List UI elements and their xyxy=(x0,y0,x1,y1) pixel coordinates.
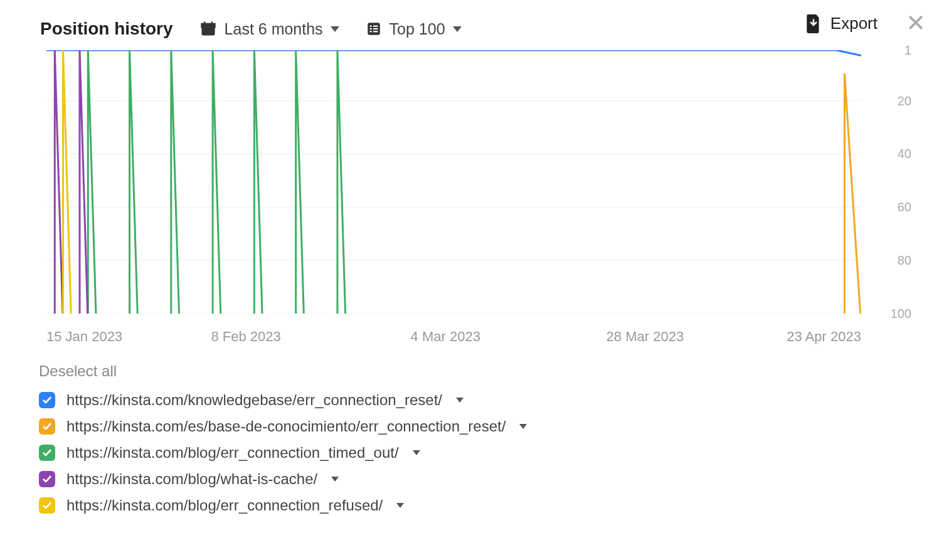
svg-point-3 xyxy=(207,29,209,31)
chevron-down-icon xyxy=(413,450,420,455)
chevron-down-icon xyxy=(456,398,464,403)
list-icon xyxy=(366,21,382,37)
chevron-down-icon xyxy=(453,26,462,32)
legend-items: https://kinsta.com/knowledgebase/err_con… xyxy=(39,391,924,514)
y-tick-label: 80 xyxy=(898,253,911,268)
svg-rect-15 xyxy=(369,31,371,32)
legend-url: https://kinsta.com/knowledgebase/err_con… xyxy=(66,391,442,409)
legend-checkbox[interactable] xyxy=(39,418,55,435)
top-filter-dropdown[interactable]: Top 100 xyxy=(366,20,462,38)
x-tick-label: 8 Feb 2023 xyxy=(211,329,280,345)
x-tick-label: 28 Mar 2023 xyxy=(607,329,684,345)
y-tick-label: 20 xyxy=(898,93,911,108)
svg-point-2 xyxy=(204,29,206,31)
export-label: Export xyxy=(830,14,877,33)
svg-rect-14 xyxy=(373,28,378,29)
svg-rect-11 xyxy=(369,26,371,27)
legend-checkbox[interactable] xyxy=(39,497,55,514)
chevron-down-icon xyxy=(396,503,404,508)
close-button[interactable] xyxy=(908,14,924,33)
x-tick-label: 23 Apr 2023 xyxy=(787,329,861,345)
y-tick-label: 60 xyxy=(898,200,911,214)
deselect-all-button[interactable]: Deselect all xyxy=(39,362,924,380)
app-root: Position history Last 6 months xyxy=(0,0,949,560)
top-filter-label: Top 100 xyxy=(390,20,445,38)
export-button[interactable]: Export xyxy=(805,14,877,33)
y-tick-label: 40 xyxy=(898,147,911,161)
svg-rect-1 xyxy=(201,24,215,28)
x-tick-label: 15 Jan 2023 xyxy=(46,329,122,345)
legend-checkbox[interactable] xyxy=(39,471,55,487)
svg-point-5 xyxy=(204,33,206,34)
legend-checkbox[interactable] xyxy=(39,392,55,408)
chevron-down-icon xyxy=(331,477,339,482)
legend-item[interactable]: https://kinsta.com/blog/what-is-cache/ xyxy=(39,470,924,488)
legend-checkbox[interactable] xyxy=(39,445,55,461)
date-range-dropdown[interactable]: Last 6 months xyxy=(199,20,339,38)
legend-url: https://kinsta.com/blog/err_connection_r… xyxy=(66,497,383,514)
page-title: Position history xyxy=(40,19,173,39)
svg-rect-12 xyxy=(373,26,378,27)
legend-url: https://kinsta.com/blog/err_connection_t… xyxy=(66,444,399,462)
legend-item[interactable]: https://kinsta.com/blog/err_connection_t… xyxy=(39,444,924,462)
svg-rect-13 xyxy=(369,28,371,29)
plot xyxy=(46,50,861,314)
svg-rect-16 xyxy=(373,31,378,32)
header-actions: Export xyxy=(805,14,924,33)
legend-url: https://kinsta.com/es/base-de-conocimien… xyxy=(66,418,506,435)
legend-item[interactable]: https://kinsta.com/es/base-de-conocimien… xyxy=(39,418,924,435)
calendar-icon xyxy=(199,20,217,38)
date-range-label: Last 6 months xyxy=(225,20,323,38)
chart-svg xyxy=(46,50,861,314)
legend-item[interactable]: https://kinsta.com/knowledgebase/err_con… xyxy=(39,391,924,409)
export-icon xyxy=(805,14,822,33)
svg-point-7 xyxy=(210,33,212,34)
y-tick-label: 100 xyxy=(891,307,911,321)
legend: Deselect all https://kinsta.com/knowledg… xyxy=(39,362,924,514)
x-tick-label: 4 Mar 2023 xyxy=(411,329,480,345)
chevron-down-icon xyxy=(331,26,339,32)
legend-url: https://kinsta.com/blog/what-is-cache/ xyxy=(66,470,317,488)
svg-point-4 xyxy=(210,29,212,31)
legend-item[interactable]: https://kinsta.com/blog/err_connection_r… xyxy=(39,497,924,514)
close-icon xyxy=(908,22,924,33)
header: Position history Last 6 months xyxy=(25,19,924,39)
chevron-down-icon xyxy=(519,424,527,429)
chart-area: 120406080100 15 Jan 20238 Feb 20234 Mar … xyxy=(25,50,924,345)
y-tick-label: 1 xyxy=(904,43,911,58)
svg-point-6 xyxy=(207,33,209,34)
